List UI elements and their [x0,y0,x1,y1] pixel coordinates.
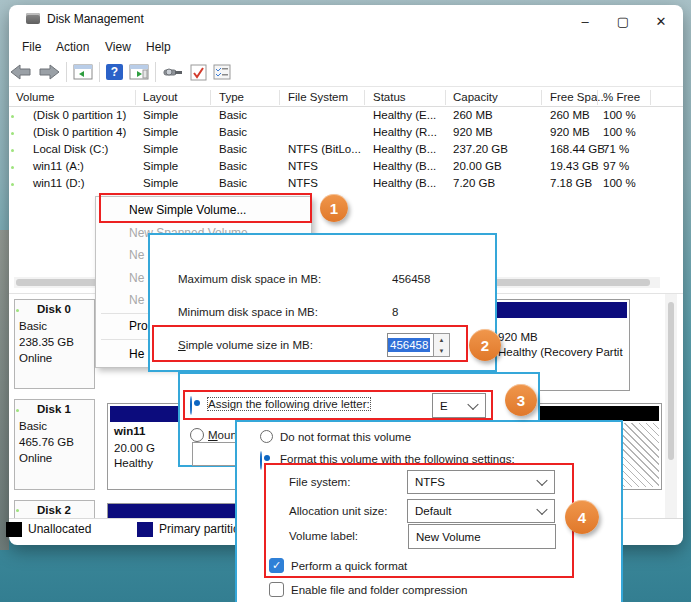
maximize-button[interactable]: ▢ [604,8,642,34]
table-row[interactable]: (Disk 0 partition 1) Simple Basic Health… [9,108,669,125]
partition-color-strip [493,302,627,318]
step-badge-3: 3 [505,384,537,416]
toolbar-separator [99,62,100,82]
menu-view[interactable]: View [105,40,131,54]
menu-item-help[interactable]: He [129,347,144,361]
compression-label: Enable file and folder compression [291,584,467,596]
format-radio[interactable] [260,451,262,470]
disk2-label-panel[interactable]: Disk 2 [14,500,95,520]
partition-status: Healthy [114,457,153,469]
col-volume[interactable]: Volume [16,91,54,103]
cell-volume: (Disk 0 partition 1) [33,109,126,121]
max-size-label: Maximum disk space in MB: [178,273,321,285]
cell-volume: Local Disk (C:) [33,143,108,155]
table-row[interactable]: win11 (D:) Simple Basic NTFS Healthy (B.… [9,176,669,193]
cell-free: 920 MB [550,126,590,138]
forward-icon[interactable] [38,64,60,80]
cell-layout: Simple [143,177,178,189]
cell-capacity: 237.20 GB [453,143,508,155]
disk1-label-panel[interactable]: Disk 1 Basic 465.76 GB Online [14,399,95,490]
col-type[interactable]: Type [219,91,244,103]
primary-partition-swatch [137,522,153,537]
svg-text:?: ? [111,65,118,79]
cell-type: Basic [219,177,247,189]
back-icon[interactable] [10,64,32,80]
menu-action[interactable]: Action [56,40,89,54]
col-layout[interactable]: Layout [143,91,178,103]
col-filesystem[interactable]: File System [288,91,348,103]
properties-list-icon[interactable] [213,64,231,80]
cell-capacity: 260 MB [453,109,493,121]
cell-layout: Simple [143,126,178,138]
table-row[interactable]: win11 (A:) Simple Basic NTFS Healthy (B.… [9,159,669,176]
vertical-scrollbar-thumb[interactable] [668,302,674,460]
min-size-value: 8 [392,306,398,318]
cell-free: 168.44 GB [550,143,605,155]
partition-name: win11 [114,425,145,437]
col-capacity[interactable]: Capacity [453,91,498,103]
annotation-box-1 [99,193,312,223]
cell-fs: NTFS [288,177,318,189]
disk0-label-panel[interactable]: Disk 0 Basic 238.35 GB Online [14,299,95,389]
col-freespace[interactable]: Free Spa... [550,91,607,103]
cell-status: Healthy (B... [373,143,436,155]
minimize-button[interactable]: – [566,8,604,34]
col-pctfree[interactable]: % Free [603,91,640,103]
cell-capacity: 7.20 GB [453,177,495,189]
menu-file[interactable]: File [22,40,41,54]
menu-item-disabled: Ne [129,271,144,285]
cell-status: Healthy (E... [373,109,436,121]
cell-status: Healthy (B... [373,160,436,172]
cell-free: 19.43 GB [550,160,599,172]
compression-checkbox[interactable] [269,582,284,597]
cell-layout: Simple [143,143,178,155]
max-size-value: 456458 [392,273,430,285]
vertical-scrollbar[interactable] [665,294,677,518]
table-row[interactable]: Local Disk (C:) Simple Basic NTFS (BitLo… [9,142,669,159]
cell-volume: win11 (D:) [33,177,85,189]
menu-help[interactable]: Help [146,40,171,54]
no-format-radio[interactable] [260,430,273,443]
disk2-name: Disk 2 [37,504,71,516]
console-tree-icon[interactable] [73,64,93,80]
cell-volume: win11 (A:) [33,160,84,172]
partition-size: 20.00 G [114,442,155,454]
disk1-status: Online [19,452,52,464]
disk0-size: 238.35 GB [19,336,74,348]
close-button[interactable]: ✕ [642,8,680,34]
annotation-box-4 [264,463,574,578]
step-badge-4: 4 [565,500,599,534]
rescan-check-icon[interactable] [190,64,207,81]
cell-free: 7.18 GB [550,177,592,189]
wallpaper-edge [0,230,9,550]
min-size-label: Minimum disk space in MB: [178,306,318,318]
mount-folder-radio[interactable] [190,428,204,442]
help-icon[interactable]: ? [106,64,123,80]
cell-pct: 100 % [603,109,636,121]
partition-status: Healthy (Recovery Partit [498,346,623,358]
disk0-type: Basic [19,320,47,332]
action-pane-icon[interactable] [129,64,149,80]
col-status[interactable]: Status [373,91,406,103]
disk0-name: Disk 0 [37,303,71,315]
export-icon[interactable] [162,64,184,80]
unallocated-swatch [6,522,22,537]
step-badge-1: 1 [320,194,348,222]
legend-unallocated-label: Unallocated [28,522,91,536]
table-row[interactable]: (Disk 0 partition 4) Simple Basic Health… [9,125,669,142]
disk1-size: 465.76 GB [19,436,74,448]
cell-fs: NTFS [288,160,318,172]
cell-pct: 100 % [603,177,636,189]
mount-path-input[interactable] [192,442,236,466]
annotation-box-3 [183,390,493,420]
cell-layout: Simple [143,160,178,172]
cell-type: Basic [219,126,247,138]
cell-fs: NTFS (BitLo... [288,143,361,155]
window-title: Disk Management [47,12,144,26]
annotation-box-2 [152,325,468,362]
disk2-partition-strip[interactable] [107,503,236,519]
toolbar-divider [9,86,683,87]
menu-item-properties[interactable]: Pro [129,319,148,333]
table-header: Volume Layout Type File System Status Ca… [9,88,683,107]
app-icon [26,13,40,24]
